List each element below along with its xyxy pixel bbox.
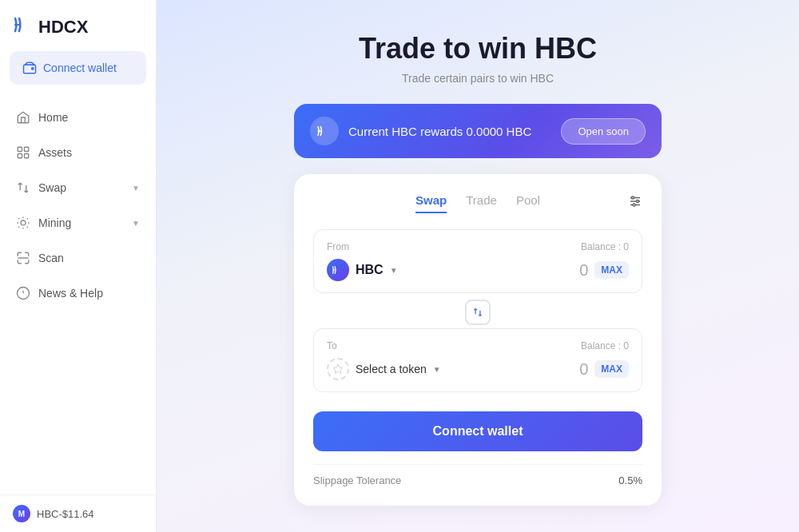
wallet-icon — [22, 61, 37, 75]
svg-rect-1 — [18, 147, 22, 151]
news-label: News & Help — [38, 287, 140, 300]
connect-wallet-sidebar-label: Connect wallet — [43, 62, 117, 74]
logo-text: HDCX — [38, 17, 88, 38]
slippage-label: Slippage Tolerance — [313, 474, 401, 486]
from-amount-right: 0 MAX — [579, 261, 629, 280]
connect-wallet-main-button[interactable]: Connect wallet — [313, 411, 642, 451]
to-token-selector[interactable]: Select a token ▼ — [327, 358, 441, 380]
to-amount-right: 0 MAX — [579, 360, 629, 379]
home-icon — [16, 110, 30, 125]
tab-trade[interactable]: Trade — [466, 193, 497, 213]
hbc-token-icon — [327, 259, 349, 281]
sidebar-item-assets[interactable]: Assets — [6, 136, 149, 169]
swap-card: Swap Trade Pool From Balance : 0 — [294, 174, 662, 506]
from-token-label-row: From Balance : 0 — [327, 241, 629, 252]
tab-swap[interactable]: Swap — [415, 193, 447, 213]
hbc-token-name: HBC — [356, 263, 384, 277]
scan-label: Scan — [38, 252, 140, 264]
mining-icon — [16, 216, 30, 230]
rewards-hbc-icon — [310, 117, 339, 145]
svg-marker-14 — [333, 364, 343, 373]
svg-rect-3 — [18, 154, 22, 158]
to-balance: Balance : 0 — [581, 340, 629, 351]
connect-wallet-sidebar-button[interactable]: Connect wallet — [10, 51, 146, 85]
tabs-list: Swap Trade Pool — [313, 193, 642, 213]
rewards-banner: Current HBC rewards 0.0000 HBC Open soon — [294, 104, 662, 158]
slippage-value: 0.5% — [618, 474, 642, 486]
from-amount: 0 — [579, 261, 588, 280]
open-soon-button[interactable]: Open soon — [561, 118, 646, 145]
svg-point-5 — [21, 220, 26, 225]
svg-point-11 — [632, 197, 634, 199]
sidebar-nav: Home Assets Swap ▼ — [0, 101, 156, 494]
swap-arrows-icon — [472, 307, 483, 318]
hbc-bottom-icon: M — [13, 505, 30, 522]
tabs-container: Swap Trade Pool — [313, 193, 642, 213]
from-token-chevron: ▼ — [390, 266, 398, 275]
settings-button[interactable] — [628, 194, 642, 212]
hbc-token-selector[interactable]: HBC ▼ — [327, 259, 398, 281]
sidebar-item-swap[interactable]: Swap ▼ — [6, 171, 149, 204]
to-token-select-text: Select a token — [356, 363, 427, 375]
swap-label: Swap — [38, 181, 124, 194]
svg-rect-2 — [25, 147, 29, 151]
from-balance: Balance : 0 — [581, 241, 629, 252]
mining-chevron-icon: ▼ — [132, 219, 140, 228]
svg-rect-4 — [25, 154, 29, 158]
from-token-box: From Balance : 0 HBC ▼ 0 — [313, 229, 642, 293]
to-token-row: Select a token ▼ 0 MAX — [327, 358, 629, 380]
scan-icon — [16, 251, 30, 265]
main-content: Trade to win HBC Trade certain pairs to … — [157, 0, 799, 532]
sidebar-item-scan[interactable]: Scan — [6, 241, 149, 275]
sidebar-item-news[interactable]: News & Help — [6, 276, 149, 310]
sidebar: HDCX Connect wallet Home Assets — [0, 0, 157, 532]
hbc-price-label: HBC-$11.64 — [37, 508, 94, 520]
from-max-button[interactable]: MAX — [594, 261, 629, 279]
news-icon — [16, 286, 30, 300]
page-subtitle: Trade certain pairs to win HBC — [402, 72, 554, 85]
swap-direction-button[interactable] — [465, 300, 491, 325]
settings-icon — [628, 194, 642, 208]
mining-label: Mining — [38, 216, 124, 229]
tab-pool[interactable]: Pool — [516, 193, 540, 213]
assets-label: Assets — [38, 146, 140, 159]
logo-icon — [13, 16, 37, 38]
to-token-chevron: ▼ — [433, 365, 441, 374]
svg-point-0 — [32, 68, 34, 69]
sidebar-item-mining[interactable]: Mining ▼ — [6, 206, 149, 240]
to-label: To — [327, 340, 337, 351]
hbc-price-footer: M HBC-$11.64 — [0, 494, 156, 532]
to-token-box: To Balance : 0 Select a token ▼ 0 MAX — [313, 328, 642, 392]
assets-icon — [16, 145, 30, 160]
swap-icon — [16, 181, 30, 195]
rewards-left: Current HBC rewards 0.0000 HBC — [310, 117, 531, 145]
logo: HDCX — [0, 0, 156, 51]
page-title: Trade to win HBC — [359, 32, 597, 66]
home-label: Home — [38, 111, 140, 124]
svg-point-12 — [637, 200, 639, 203]
swap-chevron-icon: ▼ — [132, 184, 140, 193]
svg-point-13 — [633, 204, 635, 206]
rewards-text: Current HBC rewards 0.0000 HBC — [348, 125, 531, 138]
from-label: From — [327, 241, 349, 252]
to-amount: 0 — [579, 360, 588, 379]
from-token-row: HBC ▼ 0 MAX — [327, 259, 629, 281]
sidebar-item-home[interactable]: Home — [6, 101, 149, 134]
to-max-button[interactable]: MAX — [594, 360, 629, 378]
slippage-row: Slippage Tolerance 0.5% — [313, 464, 642, 486]
to-token-icon-placeholder — [327, 358, 349, 380]
to-token-label-row: To Balance : 0 — [327, 340, 629, 351]
swap-arrow-container — [313, 300, 642, 325]
